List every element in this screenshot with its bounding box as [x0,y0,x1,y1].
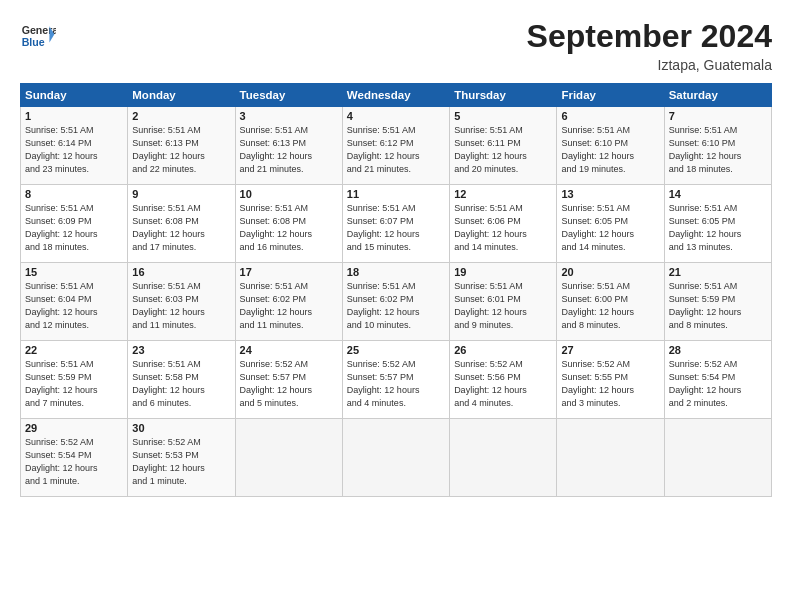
day-number: 1 [25,110,123,122]
day-number: 4 [347,110,445,122]
calendar-cell: 5Sunrise: 5:51 AM Sunset: 6:11 PM Daylig… [450,107,557,185]
day-info: Sunrise: 5:51 AM Sunset: 6:04 PM Dayligh… [25,280,123,332]
day-info: Sunrise: 5:52 AM Sunset: 5:57 PM Dayligh… [347,358,445,410]
calendar-week-row: 15Sunrise: 5:51 AM Sunset: 6:04 PM Dayli… [21,263,772,341]
day-number: 23 [132,344,230,356]
calendar-cell [557,419,664,497]
calendar-cell: 3Sunrise: 5:51 AM Sunset: 6:13 PM Daylig… [235,107,342,185]
calendar-cell: 27Sunrise: 5:52 AM Sunset: 5:55 PM Dayli… [557,341,664,419]
day-number: 24 [240,344,338,356]
calendar-cell: 9Sunrise: 5:51 AM Sunset: 6:08 PM Daylig… [128,185,235,263]
calendar-cell: 19Sunrise: 5:51 AM Sunset: 6:01 PM Dayli… [450,263,557,341]
calendar-cell: 20Sunrise: 5:51 AM Sunset: 6:00 PM Dayli… [557,263,664,341]
calendar-cell: 13Sunrise: 5:51 AM Sunset: 6:05 PM Dayli… [557,185,664,263]
day-info: Sunrise: 5:51 AM Sunset: 6:10 PM Dayligh… [669,124,767,176]
calendar-cell: 4Sunrise: 5:51 AM Sunset: 6:12 PM Daylig… [342,107,449,185]
page: General Blue September 2024 Iztapa, Guat… [0,0,792,612]
svg-text:Blue: Blue [22,36,45,48]
day-info: Sunrise: 5:52 AM Sunset: 5:55 PM Dayligh… [561,358,659,410]
location: Iztapa, Guatemala [527,57,772,73]
calendar-cell: 12Sunrise: 5:51 AM Sunset: 6:06 PM Dayli… [450,185,557,263]
calendar-week-row: 1Sunrise: 5:51 AM Sunset: 6:14 PM Daylig… [21,107,772,185]
calendar-cell: 28Sunrise: 5:52 AM Sunset: 5:54 PM Dayli… [664,341,771,419]
day-info: Sunrise: 5:51 AM Sunset: 6:10 PM Dayligh… [561,124,659,176]
day-number: 2 [132,110,230,122]
day-number: 27 [561,344,659,356]
day-number: 22 [25,344,123,356]
calendar-cell: 26Sunrise: 5:52 AM Sunset: 5:56 PM Dayli… [450,341,557,419]
day-number: 10 [240,188,338,200]
day-info: Sunrise: 5:52 AM Sunset: 5:54 PM Dayligh… [25,436,123,488]
day-number: 5 [454,110,552,122]
day-number: 21 [669,266,767,278]
day-number: 13 [561,188,659,200]
day-number: 17 [240,266,338,278]
days-header-row: Sunday Monday Tuesday Wednesday Thursday… [21,84,772,107]
header-sunday: Sunday [21,84,128,107]
title-block: September 2024 Iztapa, Guatemala [527,18,772,73]
day-number: 28 [669,344,767,356]
calendar-cell: 2Sunrise: 5:51 AM Sunset: 6:13 PM Daylig… [128,107,235,185]
day-number: 16 [132,266,230,278]
calendar-cell: 23Sunrise: 5:51 AM Sunset: 5:58 PM Dayli… [128,341,235,419]
header-tuesday: Tuesday [235,84,342,107]
day-number: 20 [561,266,659,278]
day-info: Sunrise: 5:51 AM Sunset: 6:14 PM Dayligh… [25,124,123,176]
header-monday: Monday [128,84,235,107]
logo: General Blue [20,18,56,54]
calendar-cell [235,419,342,497]
day-number: 8 [25,188,123,200]
day-number: 6 [561,110,659,122]
day-info: Sunrise: 5:52 AM Sunset: 5:54 PM Dayligh… [669,358,767,410]
day-info: Sunrise: 5:52 AM Sunset: 5:57 PM Dayligh… [240,358,338,410]
general-blue-logo-icon: General Blue [20,18,56,54]
calendar-table: Sunday Monday Tuesday Wednesday Thursday… [20,83,772,497]
calendar-cell [342,419,449,497]
day-info: Sunrise: 5:51 AM Sunset: 6:08 PM Dayligh… [132,202,230,254]
day-info: Sunrise: 5:51 AM Sunset: 5:59 PM Dayligh… [25,358,123,410]
calendar-cell: 1Sunrise: 5:51 AM Sunset: 6:14 PM Daylig… [21,107,128,185]
day-number: 30 [132,422,230,434]
calendar-cell [664,419,771,497]
header: General Blue September 2024 Iztapa, Guat… [20,18,772,73]
calendar-cell: 15Sunrise: 5:51 AM Sunset: 6:04 PM Dayli… [21,263,128,341]
calendar-cell: 8Sunrise: 5:51 AM Sunset: 6:09 PM Daylig… [21,185,128,263]
day-info: Sunrise: 5:51 AM Sunset: 5:59 PM Dayligh… [669,280,767,332]
calendar-cell: 7Sunrise: 5:51 AM Sunset: 6:10 PM Daylig… [664,107,771,185]
day-info: Sunrise: 5:52 AM Sunset: 5:53 PM Dayligh… [132,436,230,488]
calendar-cell: 11Sunrise: 5:51 AM Sunset: 6:07 PM Dayli… [342,185,449,263]
day-info: Sunrise: 5:51 AM Sunset: 6:13 PM Dayligh… [132,124,230,176]
calendar-cell: 16Sunrise: 5:51 AM Sunset: 6:03 PM Dayli… [128,263,235,341]
day-info: Sunrise: 5:51 AM Sunset: 6:09 PM Dayligh… [25,202,123,254]
day-number: 26 [454,344,552,356]
day-number: 25 [347,344,445,356]
day-number: 29 [25,422,123,434]
day-number: 9 [132,188,230,200]
day-info: Sunrise: 5:51 AM Sunset: 6:00 PM Dayligh… [561,280,659,332]
calendar-week-row: 22Sunrise: 5:51 AM Sunset: 5:59 PM Dayli… [21,341,772,419]
day-info: Sunrise: 5:51 AM Sunset: 6:05 PM Dayligh… [561,202,659,254]
calendar-week-row: 8Sunrise: 5:51 AM Sunset: 6:09 PM Daylig… [21,185,772,263]
calendar-cell: 14Sunrise: 5:51 AM Sunset: 6:05 PM Dayli… [664,185,771,263]
calendar-cell: 10Sunrise: 5:51 AM Sunset: 6:08 PM Dayli… [235,185,342,263]
day-number: 19 [454,266,552,278]
day-info: Sunrise: 5:51 AM Sunset: 6:02 PM Dayligh… [240,280,338,332]
calendar-cell: 6Sunrise: 5:51 AM Sunset: 6:10 PM Daylig… [557,107,664,185]
day-number: 3 [240,110,338,122]
day-number: 15 [25,266,123,278]
calendar-cell: 30Sunrise: 5:52 AM Sunset: 5:53 PM Dayli… [128,419,235,497]
day-info: Sunrise: 5:51 AM Sunset: 6:11 PM Dayligh… [454,124,552,176]
header-saturday: Saturday [664,84,771,107]
header-wednesday: Wednesday [342,84,449,107]
day-info: Sunrise: 5:51 AM Sunset: 6:02 PM Dayligh… [347,280,445,332]
calendar-cell: 25Sunrise: 5:52 AM Sunset: 5:57 PM Dayli… [342,341,449,419]
day-number: 11 [347,188,445,200]
day-number: 18 [347,266,445,278]
day-info: Sunrise: 5:51 AM Sunset: 6:07 PM Dayligh… [347,202,445,254]
day-info: Sunrise: 5:51 AM Sunset: 6:01 PM Dayligh… [454,280,552,332]
calendar-cell: 29Sunrise: 5:52 AM Sunset: 5:54 PM Dayli… [21,419,128,497]
month-title: September 2024 [527,18,772,55]
calendar-cell: 17Sunrise: 5:51 AM Sunset: 6:02 PM Dayli… [235,263,342,341]
day-number: 14 [669,188,767,200]
calendar-cell [450,419,557,497]
